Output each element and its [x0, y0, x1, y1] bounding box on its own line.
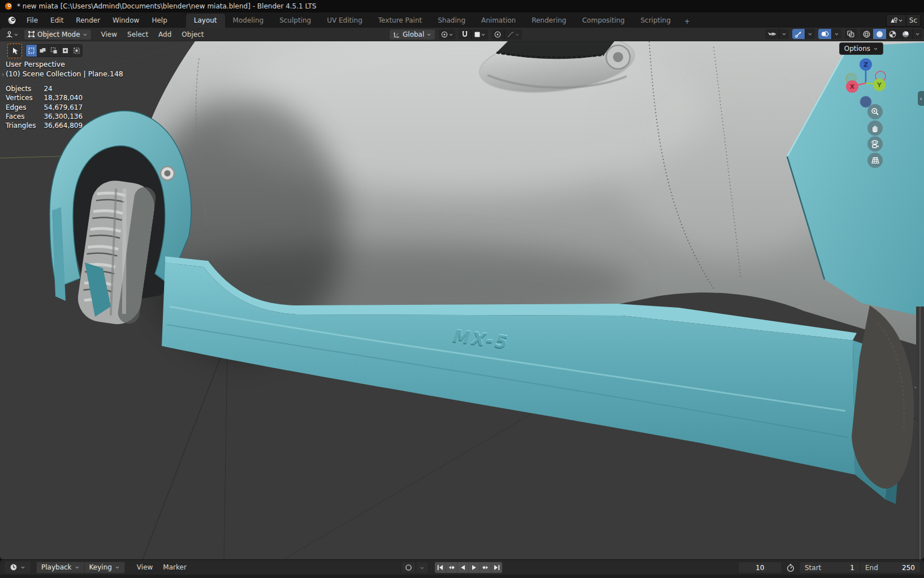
wireframe-sphere-icon	[862, 30, 871, 38]
timeline-track-area[interactable]	[0, 575, 924, 578]
overlays-dropdown[interactable]	[832, 29, 841, 39]
orientation-dropdown[interactable]: Global	[389, 29, 435, 40]
transform-controls: Global	[389, 29, 522, 40]
play-reverse-button[interactable]	[457, 562, 469, 573]
menu-render[interactable]: Render	[70, 14, 106, 27]
top-bar: File Edit Render Window Help Layout Mode…	[0, 12, 924, 28]
snap-toggle[interactable]	[459, 29, 471, 40]
jump-to-start-button[interactable]	[435, 562, 446, 573]
camera-icon	[870, 140, 880, 148]
tab-compositing[interactable]: Compositing	[574, 14, 632, 28]
chevron-down-icon	[420, 566, 425, 570]
menu-window[interactable]: Window	[106, 14, 145, 27]
playback-dropdown[interactable]: Playback	[36, 562, 84, 573]
gizmos-toggle-group	[792, 29, 815, 39]
menu-help[interactable]: Help	[145, 14, 173, 27]
orientation-label: Global	[403, 31, 424, 38]
keying-dropdown[interactable]: Keying	[84, 562, 125, 573]
shading-solid-button[interactable]	[873, 29, 886, 39]
menu-object[interactable]: Object	[176, 29, 209, 40]
tab-rendering[interactable]: Rendering	[524, 14, 574, 28]
viewport-header: Object Mode View Select Add Object Globa…	[0, 28, 924, 41]
tab-modeling[interactable]: Modeling	[225, 14, 272, 28]
3d-viewport[interactable]: Object Mode View Select Add Object Globa…	[0, 28, 924, 559]
current-frame-field[interactable]: 10	[738, 562, 782, 573]
gizmos-dropdown[interactable]	[805, 29, 815, 39]
menu-select[interactable]: Select	[122, 29, 153, 40]
jump-to-end-button[interactable]	[491, 562, 502, 573]
object-visibility-dropdown[interactable]	[765, 29, 789, 39]
tab-animation[interactable]: Animation	[473, 14, 524, 28]
play-button[interactable]	[469, 562, 480, 573]
frame-end-field[interactable]: End 250	[860, 562, 920, 573]
timeline-menu-view[interactable]: View	[132, 562, 158, 572]
navigation-gizmo[interactable]: Z X Y	[843, 57, 890, 111]
shading-material-button[interactable]	[886, 29, 899, 39]
active-tool-button[interactable]	[7, 44, 22, 58]
camera-view-button[interactable]	[867, 136, 883, 152]
blender-logo-icon[interactable]	[6, 16, 18, 25]
add-workspace-button[interactable]: +	[679, 15, 696, 28]
chevron-down-icon	[834, 32, 839, 36]
zoom-button[interactable]	[867, 104, 883, 119]
timeline-editor[interactable]: Playback Keying View Marker	[0, 560, 924, 578]
viewport-canvas[interactable]: MX-5 MX-5 MX-5	[0, 41, 924, 559]
menu-edit[interactable]: Edit	[44, 14, 70, 27]
playback-keying-group: Playback Keying	[36, 562, 125, 573]
auto-keyframe-dropdown[interactable]	[416, 562, 428, 573]
sidebar-collapse-arrow[interactable]: ‹	[918, 91, 924, 106]
select-mode-extend[interactable]	[37, 45, 49, 57]
stat-row: Vertices18,378,040	[6, 93, 83, 102]
rendered-sphere-icon	[901, 30, 910, 38]
tab-shading[interactable]: Shading	[430, 14, 473, 28]
shading-dropdown[interactable]	[913, 29, 922, 39]
pivot-point-dropdown[interactable]	[439, 29, 455, 40]
use-preview-range-button[interactable]	[786, 563, 795, 572]
tab-texture-paint[interactable]: Texture Paint	[370, 14, 430, 28]
editor-type-dropdown[interactable]	[3, 29, 20, 40]
previous-keyframe-button[interactable]	[446, 562, 457, 573]
timeline-editor-type[interactable]	[5, 562, 31, 573]
pan-button[interactable]	[867, 120, 883, 136]
show-overlays-toggle[interactable]	[818, 29, 831, 39]
clock-icon	[10, 563, 18, 571]
xray-icon	[847, 30, 855, 38]
select-mode-set[interactable]	[26, 45, 37, 57]
mode-dropdown[interactable]: Object Mode	[24, 29, 92, 40]
proportional-edit-toggle[interactable]	[491, 29, 504, 40]
next-keyframe-button[interactable]	[480, 562, 491, 573]
stat-row: Faces36,300,136	[6, 112, 83, 121]
tab-sculpting[interactable]: Sculpting	[271, 14, 319, 28]
select-mode-subtract[interactable]	[49, 45, 60, 57]
snap-controls	[459, 29, 488, 40]
show-gizmos-toggle[interactable]	[792, 29, 805, 39]
chevron-down-icon	[808, 32, 813, 36]
shading-rendered-button[interactable]	[899, 29, 912, 39]
window-title-bar: * new miata [C:\Users\Admind\Documents\b…	[0, 0, 924, 12]
frame-start-field[interactable]: Start 1	[800, 562, 860, 573]
menu-file[interactable]: File	[20, 14, 44, 27]
select-mode-group	[25, 44, 83, 57]
auto-keyframe-toggle[interactable]	[401, 562, 416, 573]
stat-row: Edges54,679,617	[6, 103, 83, 112]
tab-scripting[interactable]: Scripting	[633, 14, 679, 28]
select-mode-intersect[interactable]	[71, 45, 82, 57]
xray-toggle[interactable]	[845, 29, 857, 39]
frame-range-group: Start 1 End 250	[799, 562, 921, 573]
options-button[interactable]: Options	[839, 42, 883, 55]
snap-target-dropdown[interactable]	[472, 29, 488, 40]
proportional-falloff-dropdown[interactable]	[504, 29, 522, 40]
scene-name[interactable]: Sc	[906, 15, 920, 26]
toolbar-expand-arrow[interactable]: ›	[0, 68, 6, 80]
select-mode-invert[interactable]	[60, 45, 71, 57]
chevron-down-icon	[14, 32, 19, 37]
shading-wireframe-button[interactable]	[860, 29, 873, 39]
tab-layout[interactable]: Layout	[186, 14, 225, 28]
tab-uv-editing[interactable]: UV Editing	[319, 14, 370, 28]
record-circle-icon	[405, 564, 412, 571]
timeline-menu-marker[interactable]: Marker	[158, 562, 191, 572]
scene-selector[interactable]: Sc	[886, 14, 921, 27]
menu-add[interactable]: Add	[153, 29, 176, 40]
perspective-toggle-button[interactable]	[867, 153, 883, 168]
menu-view[interactable]: View	[96, 29, 122, 40]
